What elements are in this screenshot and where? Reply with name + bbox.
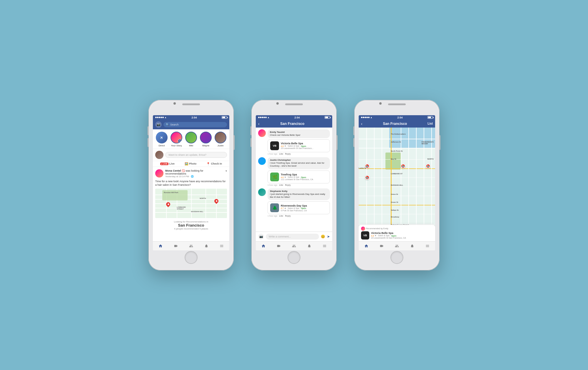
place-card-3[interactable]: 🌲 Riverwoods Day Spa 4.7 ★ · Salon & Spa… [268,201,330,214]
map-pin-full-4[interactable] [365,175,370,180]
phone-3-screen: ▲ 2:04 ‹ San Francisco List [359,115,435,250]
stephanie-avatar [258,188,266,196]
justin-avatar-2 [258,157,266,165]
comment-group-2: Justin Christopher I love Treefrog Spa. … [258,157,330,186]
map-pin-full-3[interactable] [426,164,430,168]
story-label-justin: Justin [218,144,224,147]
story-label-wayne: Wayne [202,144,210,147]
composer-input[interactable]: Want to share an update, Erica? [165,152,227,158]
wayne-avatar [200,132,212,143]
back-button-3[interactable]: ‹ [361,121,363,126]
tab-home[interactable] [157,243,164,249]
story-your-story[interactable]: + Your Story [170,132,183,147]
comment-text-2: I love Treefrog Spa. Great service and v… [270,162,328,168]
reply-button-3[interactable]: Reply [285,215,291,217]
comment-bubble-2: Justin Christopher I love Treefrog Spa. … [268,157,330,169]
nav-title-2: San Francisco [261,122,323,126]
live-action[interactable]: ● LIVE Live [160,162,175,165]
back-button-2[interactable]: ‹ [258,121,260,126]
wifi-icon: ▲ [164,116,167,119]
place-name-2: Treefrog Spa [281,173,327,176]
place-card-1[interactable]: VB Victoria Belle Spa 4.8 ★ · Salon & Sp… [268,139,330,152]
post-chevron-icon[interactable]: ▾ [225,169,227,173]
signal-dot [162,117,164,118]
phone-1-screen: ▲ 2:04 📷 🔍 Search [153,115,229,250]
status-bar-3: ▲ 2:04 [359,115,435,120]
tab-menu-3[interactable] [424,243,431,249]
tab-video-3[interactable] [378,243,385,249]
story-miki[interactable]: Miki [185,132,198,147]
tab-notifications-3[interactable] [409,243,415,249]
story-justin[interactable]: Justin [214,132,227,147]
checkin-label: Check In [211,162,222,165]
power-button-3 [440,135,440,150]
tab-notifications-2[interactable] [306,243,313,249]
wifi-icon-3: ▲ [370,116,372,119]
tab-groups-3[interactable] [394,243,400,249]
place-name-1: Victoria Belle Spa [281,142,327,145]
reply-button-2[interactable]: Reply [285,184,291,186]
comment-input-field[interactable]: Write a comment... [266,234,319,240]
place-meta-3: 4.7 ★ · Salon & Spa · Open [281,207,327,210]
your-story-avatar: + [171,132,182,143]
map-full[interactable]: The Embarcadero Jefferson St FISHERMAN'S… [359,128,435,241]
post-composer: Want to share an update, Erica? [153,149,229,161]
photo-emoji-icon: 🖼️ [185,162,188,165]
like-button-2[interactable]: Like [279,184,283,186]
checkin-action[interactable]: 📍 Check In [206,162,222,165]
send-button[interactable]: ➤ [327,235,330,239]
comment-bubble-1: Emily Tauziet Check out Victoria Belle S… [268,129,330,138]
comment-actions-1: 1 hour ago Like Reply [268,153,330,155]
like-button-3[interactable]: Like [279,215,283,217]
signal-dot [159,117,160,118]
tab-notifications[interactable] [203,243,210,249]
comment-text-3: I just started going to Riverwoods Day S… [270,193,328,199]
like-button-1[interactable]: Like [279,153,283,155]
map-pin-full-2[interactable] [401,164,405,168]
comment-bubble-3: Stephanie Kelly I just started going to … [268,188,330,200]
tab-groups-2[interactable] [291,243,297,249]
post-recommendation: Looking for Recommendations in San Franc… [155,219,227,230]
tab-home-3[interactable] [363,243,370,249]
tab-menu-2[interactable] [321,243,328,249]
place-card-2[interactable]: 🌿 Treefrog Spa 4.6 ★ · Salon & Spa · Ope… [268,170,330,183]
home-button-1[interactable] [185,251,198,264]
signal-dot [155,117,157,118]
bottom-tabs-3 [359,241,435,250]
home-button-3[interactable] [390,251,403,264]
camera-button[interactable]: 📷 [155,121,162,128]
navbar-2: ‹ San Francisco [256,120,332,128]
list-button[interactable]: List [427,122,433,125]
search-bar[interactable]: 🔍 Search [163,122,227,127]
volume-down-button-3 [353,138,354,147]
tab-home-2[interactable] [260,243,267,249]
volume-up-button-3 [353,126,354,135]
bottom-tabs-2 [256,241,332,250]
status-bar-2: ▲ 2:04 [256,115,332,120]
news-post: Mona Centel 🚫 was looking for recommenda… [153,167,229,241]
story-jacki[interactable]: Jacki... [229,132,229,147]
comment-text-1: Check out Victoria Belle Spa! [270,134,328,137]
emily-avatar [258,129,266,137]
tab-menu[interactable] [218,243,225,249]
tab-groups[interactable] [188,243,194,249]
place-logo-1: VB [270,141,279,150]
home-button-2[interactable] [288,251,300,264]
place-address-1: 23 Leavenworth St San Francisco... [281,147,327,149]
bottom-tabs-1 [153,241,229,250]
tab-video[interactable] [173,243,179,249]
story-label-your-story: Your Story [171,144,182,147]
place-meta-1: 4.8 ★ · Salon & Spa · Open [281,145,327,147]
emoji-button[interactable]: 😊 [321,235,325,239]
map-thumbnail[interactable]: Russian Hill Park LOMBARDSTREET RUSSIAN … [155,189,227,218]
map-pin-full-1[interactable] [365,164,370,168]
story-wayne[interactable]: Wayne [199,132,212,147]
reply-button-1[interactable]: Reply [285,153,291,155]
photo-action[interactable]: 🖼️ Photo [185,162,197,165]
status-time-2: 2:04 [294,116,300,119]
volume-up-button-2 [250,126,251,135]
camera-small-icon[interactable]: 📷 [258,234,264,240]
story-direct[interactable]: Direct [155,132,168,147]
volume-down-button-2 [250,138,251,147]
tab-video-2[interactable] [275,243,282,249]
